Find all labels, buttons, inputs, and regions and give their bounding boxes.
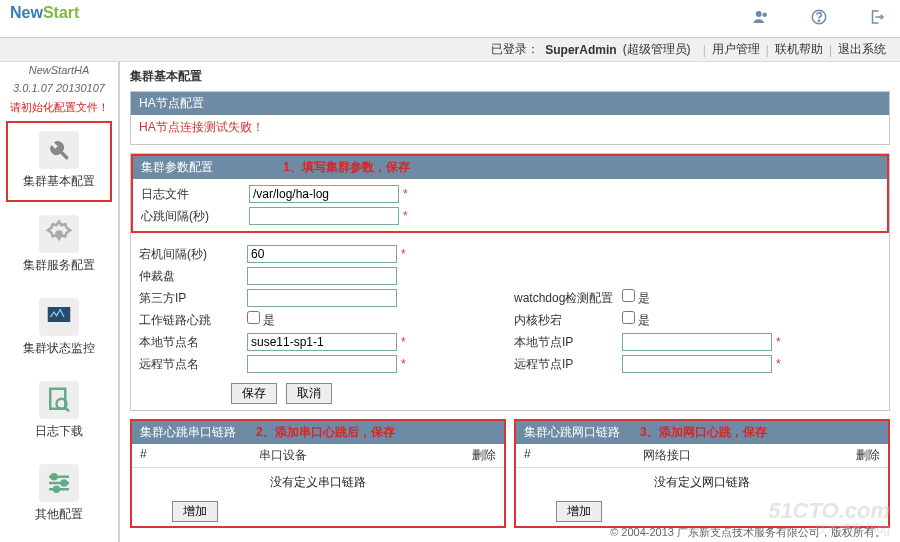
serial-note: 2、添加串口心跳后，保存 [256, 424, 395, 441]
svg-point-1 [763, 13, 768, 18]
menu-logout[interactable]: 退出系统 [838, 41, 886, 58]
svg-point-10 [54, 487, 59, 492]
thirdip-label: 第三方IP [139, 290, 239, 307]
sidebar-item-service-config[interactable]: 集群服务配置 [6, 206, 112, 285]
localname-label: 本地节点名 [139, 334, 239, 351]
search-doc-icon [39, 381, 79, 419]
logfile-input[interactable] [249, 185, 399, 203]
login-prefix: 已登录： [491, 41, 539, 58]
net-add-button[interactable]: 增加 [556, 501, 602, 522]
net-panel: 集群心跳网口链路 3、添加网口心跳，保存 # 网络接口 删除 没有定义网口链路 … [514, 419, 890, 528]
monitor-icon [39, 298, 79, 336]
product-version: 3.0.1.07 20130107 [0, 82, 118, 94]
localip-input[interactable] [622, 333, 772, 351]
logo: NewStart [10, 4, 79, 22]
net-note: 3、添加网口心跳，保存 [640, 424, 767, 441]
sidebar-item-label: 集群基本配置 [14, 173, 104, 190]
cancel-button[interactable]: 取消 [286, 383, 332, 404]
net-col-del: 删除 [761, 447, 880, 464]
deadtime-input[interactable] [249, 207, 399, 225]
thirdip-input[interactable] [247, 289, 397, 307]
stonith-label: 仲裁盘 [139, 268, 239, 285]
serial-col-del: 删除 [377, 447, 496, 464]
serial-col-idx: # [140, 447, 259, 464]
login-user: SuperAdmin [545, 43, 616, 57]
kernelsec-checkbox[interactable] [622, 311, 635, 324]
remotename-input[interactable] [247, 355, 397, 373]
warntime-label: 宕机间隔(秒) [139, 246, 239, 263]
sliders-icon [39, 464, 79, 502]
net-empty: 没有定义网口链路 [516, 468, 888, 497]
svg-rect-5 [48, 307, 71, 322]
deadtime-label: 心跳间隔(秒) [141, 208, 241, 225]
stonith-input[interactable] [247, 267, 397, 285]
workhb-checkbox[interactable] [247, 311, 260, 324]
sidebar-item-status-monitor[interactable]: 集群状态监控 [6, 289, 112, 368]
localip-label: 本地节点IP [514, 334, 614, 351]
footer: © 2004-2013 广东新支点技术服务有限公司，版权所有。 [610, 525, 886, 540]
gear-icon [39, 215, 79, 253]
page-title: 集群基本配置 [130, 68, 890, 85]
remoteip-label: 远程节点IP [514, 356, 614, 373]
sidebar-item-label: 集群状态监控 [13, 340, 105, 357]
watchdog-checkbox[interactable] [622, 289, 635, 302]
menu-user-mgmt[interactable]: 用户管理 [712, 41, 760, 58]
logfile-label: 日志文件 [141, 186, 241, 203]
save-button[interactable]: 保存 [231, 383, 277, 404]
serial-add-button[interactable]: 增加 [172, 501, 218, 522]
serial-panel: 集群心跳串口链路 2、添加串口心跳后，保存 # 串口设备 删除 没有定义串口链路… [130, 419, 506, 528]
param-note: 1、填写集群参数，保存 [283, 159, 410, 176]
sidebar-item-basic-config[interactable]: 集群基本配置 [6, 121, 112, 202]
login-role: (超级管理员) [623, 41, 691, 58]
workhb-label: 工作链路心跳 [139, 312, 239, 329]
net-col-idx: # [524, 447, 643, 464]
svg-point-3 [818, 20, 819, 21]
logout-icon[interactable] [868, 8, 886, 29]
users-icon[interactable] [752, 8, 770, 29]
remoteip-input[interactable] [622, 355, 772, 373]
tools-icon [39, 131, 79, 169]
svg-point-9 [62, 481, 67, 486]
sidebar-item-log-download[interactable]: 日志下载 [6, 372, 112, 451]
serial-col-dev: 串口设备 [259, 447, 378, 464]
net-col-if: 网络接口 [643, 447, 762, 464]
param-panel: 集群参数配置 1、填写集群参数，保存 日志文件 * 心跳间隔(秒) * 宕机间隔… [130, 153, 890, 411]
product-name: NewStartHA [0, 64, 118, 76]
ha-node-fail-msg: HA节点连接测试失败！ [139, 119, 881, 136]
svg-point-8 [52, 474, 57, 479]
remotename-label: 远程节点名 [139, 356, 239, 373]
net-header: 集群心跳网口链路 [524, 424, 620, 441]
ha-node-header: HA节点配置 [131, 92, 889, 115]
sidebar-warning: 请初始化配置文件！ [0, 100, 118, 115]
sidebar-item-label: 集群服务配置 [13, 257, 105, 274]
watchdog-label: watchdog检测配置 [514, 290, 614, 307]
param-header: 集群参数配置 [141, 159, 213, 176]
ha-node-panel: HA节点配置 HA节点连接测试失败！ [130, 91, 890, 145]
kernelsec-label: 内核秒宕 [514, 312, 614, 329]
sidebar-item-other-config[interactable]: 其他配置 [6, 455, 112, 534]
content: 集群基本配置 HA节点配置 HA节点连接测试失败！ 集群参数配置 1、填写集群参… [120, 62, 900, 542]
svg-point-0 [756, 11, 762, 17]
serial-header: 集群心跳串口链路 [140, 424, 236, 441]
localname-input[interactable] [247, 333, 397, 351]
topbar: NewStart [0, 0, 900, 38]
sidebar-item-label: 其他配置 [13, 506, 105, 523]
header-bar: 已登录： SuperAdmin (超级管理员) | 用户管理 | 联机帮助 | … [0, 38, 900, 62]
sidebar-item-label: 日志下载 [13, 423, 105, 440]
help-icon[interactable] [810, 8, 828, 29]
warntime-input[interactable] [247, 245, 397, 263]
serial-empty: 没有定义串口链路 [132, 468, 504, 497]
menu-online-help[interactable]: 联机帮助 [775, 41, 823, 58]
sidebar: NewStartHA 3.0.1.07 20130107 请初始化配置文件！ 集… [0, 62, 120, 542]
